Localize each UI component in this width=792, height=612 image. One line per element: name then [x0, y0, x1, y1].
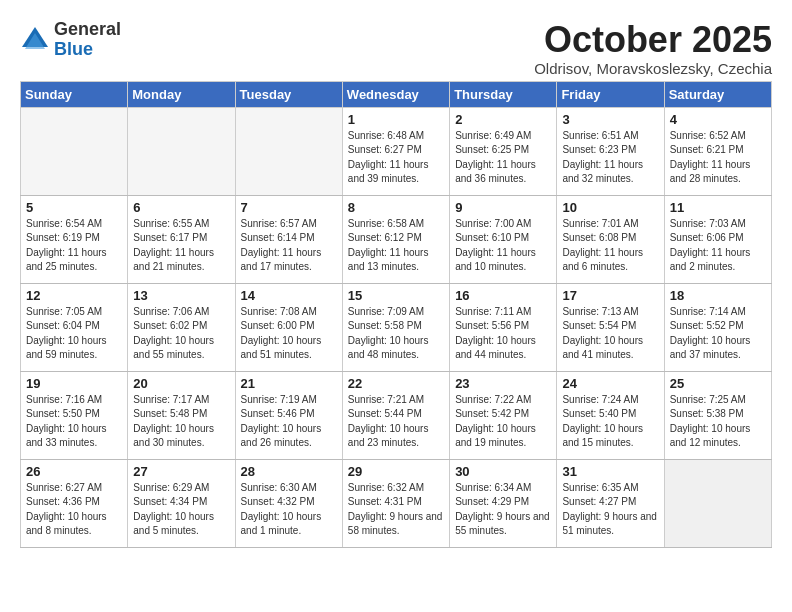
day-info: Sunrise: 6:57 AM Sunset: 6:14 PM Dayligh… — [241, 217, 337, 275]
day-info: Sunrise: 7:13 AM Sunset: 5:54 PM Dayligh… — [562, 305, 658, 363]
calendar-page: General Blue October 2025 Oldrisov, Mora… — [0, 0, 792, 558]
day-cell: 30Sunrise: 6:34 AM Sunset: 4:29 PM Dayli… — [450, 459, 557, 547]
day-cell: 21Sunrise: 7:19 AM Sunset: 5:46 PM Dayli… — [235, 371, 342, 459]
calendar-table: Sunday Monday Tuesday Wednesday Thursday… — [20, 81, 772, 548]
day-cell: 9Sunrise: 7:00 AM Sunset: 6:10 PM Daylig… — [450, 195, 557, 283]
header-row: Sunday Monday Tuesday Wednesday Thursday… — [21, 81, 772, 107]
day-cell: 5Sunrise: 6:54 AM Sunset: 6:19 PM Daylig… — [21, 195, 128, 283]
day-info: Sunrise: 7:24 AM Sunset: 5:40 PM Dayligh… — [562, 393, 658, 451]
day-info: Sunrise: 7:16 AM Sunset: 5:50 PM Dayligh… — [26, 393, 122, 451]
day-number: 22 — [348, 376, 444, 391]
day-info: Sunrise: 6:35 AM Sunset: 4:27 PM Dayligh… — [562, 481, 658, 539]
week-row-2: 5Sunrise: 6:54 AM Sunset: 6:19 PM Daylig… — [21, 195, 772, 283]
day-info: Sunrise: 7:08 AM Sunset: 6:00 PM Dayligh… — [241, 305, 337, 363]
th-sunday: Sunday — [21, 81, 128, 107]
day-info: Sunrise: 7:11 AM Sunset: 5:56 PM Dayligh… — [455, 305, 551, 363]
day-cell: 20Sunrise: 7:17 AM Sunset: 5:48 PM Dayli… — [128, 371, 235, 459]
day-info: Sunrise: 6:30 AM Sunset: 4:32 PM Dayligh… — [241, 481, 337, 539]
logo-icon — [20, 25, 50, 55]
day-number: 15 — [348, 288, 444, 303]
day-number: 29 — [348, 464, 444, 479]
day-cell: 2Sunrise: 6:49 AM Sunset: 6:25 PM Daylig… — [450, 107, 557, 195]
day-cell: 13Sunrise: 7:06 AM Sunset: 6:02 PM Dayli… — [128, 283, 235, 371]
day-number: 7 — [241, 200, 337, 215]
week-row-4: 19Sunrise: 7:16 AM Sunset: 5:50 PM Dayli… — [21, 371, 772, 459]
day-info: Sunrise: 7:19 AM Sunset: 5:46 PM Dayligh… — [241, 393, 337, 451]
day-info: Sunrise: 7:21 AM Sunset: 5:44 PM Dayligh… — [348, 393, 444, 451]
logo-text: General Blue — [54, 20, 121, 60]
day-info: Sunrise: 6:52 AM Sunset: 6:21 PM Dayligh… — [670, 129, 766, 187]
day-cell: 10Sunrise: 7:01 AM Sunset: 6:08 PM Dayli… — [557, 195, 664, 283]
day-cell — [128, 107, 235, 195]
day-number: 3 — [562, 112, 658, 127]
day-number: 14 — [241, 288, 337, 303]
week-row-3: 12Sunrise: 7:05 AM Sunset: 6:04 PM Dayli… — [21, 283, 772, 371]
day-number: 18 — [670, 288, 766, 303]
day-cell: 14Sunrise: 7:08 AM Sunset: 6:00 PM Dayli… — [235, 283, 342, 371]
day-info: Sunrise: 6:32 AM Sunset: 4:31 PM Dayligh… — [348, 481, 444, 539]
logo-blue: Blue — [54, 40, 121, 60]
day-number: 4 — [670, 112, 766, 127]
day-info: Sunrise: 6:27 AM Sunset: 4:36 PM Dayligh… — [26, 481, 122, 539]
day-cell: 26Sunrise: 6:27 AM Sunset: 4:36 PM Dayli… — [21, 459, 128, 547]
day-info: Sunrise: 6:55 AM Sunset: 6:17 PM Dayligh… — [133, 217, 229, 275]
day-number: 8 — [348, 200, 444, 215]
day-cell: 23Sunrise: 7:22 AM Sunset: 5:42 PM Dayli… — [450, 371, 557, 459]
calendar-title: October 2025 — [534, 20, 772, 60]
day-info: Sunrise: 7:05 AM Sunset: 6:04 PM Dayligh… — [26, 305, 122, 363]
day-info: Sunrise: 6:48 AM Sunset: 6:27 PM Dayligh… — [348, 129, 444, 187]
day-number: 2 — [455, 112, 551, 127]
day-number: 21 — [241, 376, 337, 391]
day-number: 19 — [26, 376, 122, 391]
day-info: Sunrise: 6:51 AM Sunset: 6:23 PM Dayligh… — [562, 129, 658, 187]
day-info: Sunrise: 7:17 AM Sunset: 5:48 PM Dayligh… — [133, 393, 229, 451]
day-info: Sunrise: 6:54 AM Sunset: 6:19 PM Dayligh… — [26, 217, 122, 275]
logo: General Blue — [20, 20, 121, 60]
week-row-5: 26Sunrise: 6:27 AM Sunset: 4:36 PM Dayli… — [21, 459, 772, 547]
th-tuesday: Tuesday — [235, 81, 342, 107]
day-cell: 12Sunrise: 7:05 AM Sunset: 6:04 PM Dayli… — [21, 283, 128, 371]
week-row-1: 1Sunrise: 6:48 AM Sunset: 6:27 PM Daylig… — [21, 107, 772, 195]
day-info: Sunrise: 6:29 AM Sunset: 4:34 PM Dayligh… — [133, 481, 229, 539]
day-cell: 27Sunrise: 6:29 AM Sunset: 4:34 PM Dayli… — [128, 459, 235, 547]
header: General Blue October 2025 Oldrisov, Mora… — [20, 20, 772, 77]
day-number: 10 — [562, 200, 658, 215]
day-cell: 16Sunrise: 7:11 AM Sunset: 5:56 PM Dayli… — [450, 283, 557, 371]
calendar-body: 1Sunrise: 6:48 AM Sunset: 6:27 PM Daylig… — [21, 107, 772, 547]
th-wednesday: Wednesday — [342, 81, 449, 107]
day-cell: 15Sunrise: 7:09 AM Sunset: 5:58 PM Dayli… — [342, 283, 449, 371]
day-info: Sunrise: 7:01 AM Sunset: 6:08 PM Dayligh… — [562, 217, 658, 275]
day-cell: 22Sunrise: 7:21 AM Sunset: 5:44 PM Dayli… — [342, 371, 449, 459]
th-monday: Monday — [128, 81, 235, 107]
day-cell: 7Sunrise: 6:57 AM Sunset: 6:14 PM Daylig… — [235, 195, 342, 283]
day-number: 30 — [455, 464, 551, 479]
th-saturday: Saturday — [664, 81, 771, 107]
day-number: 23 — [455, 376, 551, 391]
day-info: Sunrise: 7:00 AM Sunset: 6:10 PM Dayligh… — [455, 217, 551, 275]
calendar-subtitle: Oldrisov, Moravskoslezsky, Czechia — [534, 60, 772, 77]
day-info: Sunrise: 6:58 AM Sunset: 6:12 PM Dayligh… — [348, 217, 444, 275]
day-cell: 17Sunrise: 7:13 AM Sunset: 5:54 PM Dayli… — [557, 283, 664, 371]
day-info: Sunrise: 7:14 AM Sunset: 5:52 PM Dayligh… — [670, 305, 766, 363]
day-cell: 19Sunrise: 7:16 AM Sunset: 5:50 PM Dayli… — [21, 371, 128, 459]
day-number: 25 — [670, 376, 766, 391]
day-number: 11 — [670, 200, 766, 215]
day-cell: 29Sunrise: 6:32 AM Sunset: 4:31 PM Dayli… — [342, 459, 449, 547]
day-number: 16 — [455, 288, 551, 303]
day-info: Sunrise: 6:49 AM Sunset: 6:25 PM Dayligh… — [455, 129, 551, 187]
th-friday: Friday — [557, 81, 664, 107]
day-number: 26 — [26, 464, 122, 479]
day-cell: 25Sunrise: 7:25 AM Sunset: 5:38 PM Dayli… — [664, 371, 771, 459]
day-number: 6 — [133, 200, 229, 215]
day-number: 31 — [562, 464, 658, 479]
day-cell — [664, 459, 771, 547]
day-cell: 11Sunrise: 7:03 AM Sunset: 6:06 PM Dayli… — [664, 195, 771, 283]
day-info: Sunrise: 6:34 AM Sunset: 4:29 PM Dayligh… — [455, 481, 551, 539]
day-number: 1 — [348, 112, 444, 127]
day-cell: 31Sunrise: 6:35 AM Sunset: 4:27 PM Dayli… — [557, 459, 664, 547]
day-info: Sunrise: 7:22 AM Sunset: 5:42 PM Dayligh… — [455, 393, 551, 451]
day-cell: 3Sunrise: 6:51 AM Sunset: 6:23 PM Daylig… — [557, 107, 664, 195]
day-info: Sunrise: 7:09 AM Sunset: 5:58 PM Dayligh… — [348, 305, 444, 363]
day-number: 5 — [26, 200, 122, 215]
day-number: 28 — [241, 464, 337, 479]
